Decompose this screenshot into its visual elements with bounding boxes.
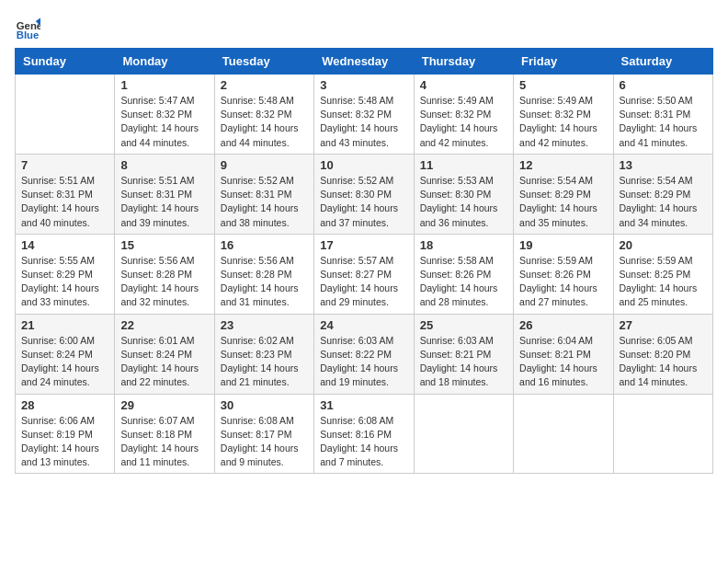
logo: General Blue xyxy=(15,15,40,40)
day-info: Sunrise: 5:58 AMSunset: 8:26 PMDaylight:… xyxy=(420,254,507,310)
day-info: Sunrise: 5:57 AMSunset: 8:27 PMDaylight:… xyxy=(320,254,407,310)
day-info: Sunrise: 5:47 AMSunset: 8:32 PMDaylight:… xyxy=(120,94,208,150)
day-number: 4 xyxy=(420,78,507,92)
day-header-sunday: Sunday xyxy=(16,49,115,75)
day-info: Sunrise: 6:02 AMSunset: 8:23 PMDaylight:… xyxy=(221,334,308,390)
day-info: Sunrise: 6:03 AMSunset: 8:21 PMDaylight:… xyxy=(420,334,507,390)
day-number: 30 xyxy=(221,398,308,412)
calendar-table: SundayMondayTuesdayWednesdayThursdayFrid… xyxy=(15,48,713,474)
calendar-cell: 25Sunrise: 6:03 AMSunset: 8:21 PMDayligh… xyxy=(414,314,513,394)
day-number: 18 xyxy=(420,238,507,252)
day-number: 24 xyxy=(320,318,407,332)
day-info: Sunrise: 6:05 AMSunset: 8:20 PMDaylight:… xyxy=(620,334,707,390)
day-info: Sunrise: 6:03 AMSunset: 8:22 PMDaylight:… xyxy=(320,334,407,390)
day-number: 16 xyxy=(221,238,308,252)
day-info: Sunrise: 5:56 AMSunset: 8:28 PMDaylight:… xyxy=(221,254,308,310)
calendar-cell: 21Sunrise: 6:00 AMSunset: 8:24 PMDayligh… xyxy=(16,314,115,394)
day-info: Sunrise: 6:04 AMSunset: 8:21 PMDaylight:… xyxy=(519,334,607,390)
calendar-cell: 28Sunrise: 6:06 AMSunset: 8:19 PMDayligh… xyxy=(16,394,115,474)
day-header-wednesday: Wednesday xyxy=(314,49,414,75)
day-header-thursday: Thursday xyxy=(414,49,513,75)
calendar-cell: 12Sunrise: 5:54 AMSunset: 8:29 PMDayligh… xyxy=(514,154,613,234)
calendar-cell: 1Sunrise: 5:47 AMSunset: 8:32 PMDaylight… xyxy=(115,75,214,155)
day-info: Sunrise: 6:01 AMSunset: 8:24 PMDaylight:… xyxy=(120,334,208,390)
day-header-monday: Monday xyxy=(115,49,214,75)
day-info: Sunrise: 6:08 AMSunset: 8:16 PMDaylight:… xyxy=(320,414,407,470)
day-number: 20 xyxy=(620,238,707,252)
day-info: Sunrise: 6:06 AMSunset: 8:19 PMDaylight:… xyxy=(21,414,108,470)
day-number: 27 xyxy=(620,318,707,332)
calendar-cell: 24Sunrise: 6:03 AMSunset: 8:22 PMDayligh… xyxy=(314,314,414,394)
day-number: 26 xyxy=(519,318,607,332)
day-info: Sunrise: 5:50 AMSunset: 8:31 PMDaylight:… xyxy=(620,94,707,150)
day-number: 11 xyxy=(420,158,507,172)
day-number: 21 xyxy=(21,318,108,332)
calendar-cell: 30Sunrise: 6:08 AMSunset: 8:17 PMDayligh… xyxy=(214,394,313,474)
days-header-row: SundayMondayTuesdayWednesdayThursdayFrid… xyxy=(16,49,713,75)
day-number: 2 xyxy=(221,78,308,92)
calendar-cell xyxy=(613,394,712,474)
day-number: 29 xyxy=(120,398,208,412)
day-info: Sunrise: 6:00 AMSunset: 8:24 PMDaylight:… xyxy=(21,334,108,390)
header: General Blue xyxy=(15,15,713,40)
calendar-cell: 31Sunrise: 6:08 AMSunset: 8:16 PMDayligh… xyxy=(314,394,414,474)
calendar-cell: 26Sunrise: 6:04 AMSunset: 8:21 PMDayligh… xyxy=(514,314,613,394)
svg-text:Blue: Blue xyxy=(17,29,40,40)
day-info: Sunrise: 5:49 AMSunset: 8:32 PMDaylight:… xyxy=(420,94,507,150)
day-number: 25 xyxy=(420,318,507,332)
calendar-cell: 23Sunrise: 6:02 AMSunset: 8:23 PMDayligh… xyxy=(214,314,313,394)
logo-icon: General Blue xyxy=(15,15,40,40)
day-header-saturday: Saturday xyxy=(613,49,712,75)
calendar-cell: 15Sunrise: 5:56 AMSunset: 8:28 PMDayligh… xyxy=(115,234,214,314)
day-number: 9 xyxy=(221,158,308,172)
day-number: 15 xyxy=(120,238,208,252)
day-number: 3 xyxy=(320,78,407,92)
day-number: 14 xyxy=(21,238,108,252)
day-info: Sunrise: 5:51 AMSunset: 8:31 PMDaylight:… xyxy=(120,174,208,230)
calendar-cell: 27Sunrise: 6:05 AMSunset: 8:20 PMDayligh… xyxy=(613,314,712,394)
calendar-cell: 18Sunrise: 5:58 AMSunset: 8:26 PMDayligh… xyxy=(414,234,513,314)
day-number: 7 xyxy=(21,158,108,172)
week-row-3: 14Sunrise: 5:55 AMSunset: 8:29 PMDayligh… xyxy=(16,234,713,314)
calendar-cell: 2Sunrise: 5:48 AMSunset: 8:32 PMDaylight… xyxy=(214,75,313,155)
calendar-cell: 20Sunrise: 5:59 AMSunset: 8:25 PMDayligh… xyxy=(613,234,712,314)
day-info: Sunrise: 5:56 AMSunset: 8:28 PMDaylight:… xyxy=(120,254,208,310)
day-number: 6 xyxy=(620,78,707,92)
day-info: Sunrise: 5:59 AMSunset: 8:25 PMDaylight:… xyxy=(620,254,707,310)
day-number: 23 xyxy=(221,318,308,332)
calendar-cell: 5Sunrise: 5:49 AMSunset: 8:32 PMDaylight… xyxy=(514,75,613,155)
calendar-cell: 11Sunrise: 5:53 AMSunset: 8:30 PMDayligh… xyxy=(414,154,513,234)
week-row-4: 21Sunrise: 6:00 AMSunset: 8:24 PMDayligh… xyxy=(16,314,713,394)
calendar-cell: 7Sunrise: 5:51 AMSunset: 8:31 PMDaylight… xyxy=(16,154,115,234)
day-info: Sunrise: 6:08 AMSunset: 8:17 PMDaylight:… xyxy=(221,414,308,470)
day-info: Sunrise: 5:48 AMSunset: 8:32 PMDaylight:… xyxy=(320,94,407,150)
calendar-cell: 4Sunrise: 5:49 AMSunset: 8:32 PMDaylight… xyxy=(414,75,513,155)
day-number: 22 xyxy=(120,318,208,332)
calendar-cell: 10Sunrise: 5:52 AMSunset: 8:30 PMDayligh… xyxy=(314,154,414,234)
calendar-cell: 29Sunrise: 6:07 AMSunset: 8:18 PMDayligh… xyxy=(115,394,214,474)
day-number: 28 xyxy=(21,398,108,412)
day-number: 8 xyxy=(120,158,208,172)
calendar-cell: 13Sunrise: 5:54 AMSunset: 8:29 PMDayligh… xyxy=(613,154,712,234)
week-row-2: 7Sunrise: 5:51 AMSunset: 8:31 PMDaylight… xyxy=(16,154,713,234)
day-number: 19 xyxy=(519,238,607,252)
day-info: Sunrise: 5:55 AMSunset: 8:29 PMDaylight:… xyxy=(21,254,108,310)
calendar-cell: 19Sunrise: 5:59 AMSunset: 8:26 PMDayligh… xyxy=(514,234,613,314)
calendar-cell: 8Sunrise: 5:51 AMSunset: 8:31 PMDaylight… xyxy=(115,154,214,234)
calendar-cell: 22Sunrise: 6:01 AMSunset: 8:24 PMDayligh… xyxy=(115,314,214,394)
day-number: 31 xyxy=(320,398,407,412)
day-info: Sunrise: 5:54 AMSunset: 8:29 PMDaylight:… xyxy=(620,174,707,230)
day-info: Sunrise: 5:59 AMSunset: 8:26 PMDaylight:… xyxy=(519,254,607,310)
week-row-1: 1Sunrise: 5:47 AMSunset: 8:32 PMDaylight… xyxy=(16,75,713,155)
day-number: 13 xyxy=(620,158,707,172)
day-info: Sunrise: 5:48 AMSunset: 8:32 PMDaylight:… xyxy=(221,94,308,150)
day-number: 12 xyxy=(519,158,607,172)
day-number: 1 xyxy=(120,78,208,92)
day-info: Sunrise: 5:49 AMSunset: 8:32 PMDaylight:… xyxy=(519,94,607,150)
day-info: Sunrise: 5:54 AMSunset: 8:29 PMDaylight:… xyxy=(519,174,607,230)
calendar-cell xyxy=(16,75,115,155)
week-row-5: 28Sunrise: 6:06 AMSunset: 8:19 PMDayligh… xyxy=(16,394,713,474)
calendar-cell: 14Sunrise: 5:55 AMSunset: 8:29 PMDayligh… xyxy=(16,234,115,314)
day-header-tuesday: Tuesday xyxy=(214,49,313,75)
day-info: Sunrise: 5:52 AMSunset: 8:30 PMDaylight:… xyxy=(320,174,407,230)
